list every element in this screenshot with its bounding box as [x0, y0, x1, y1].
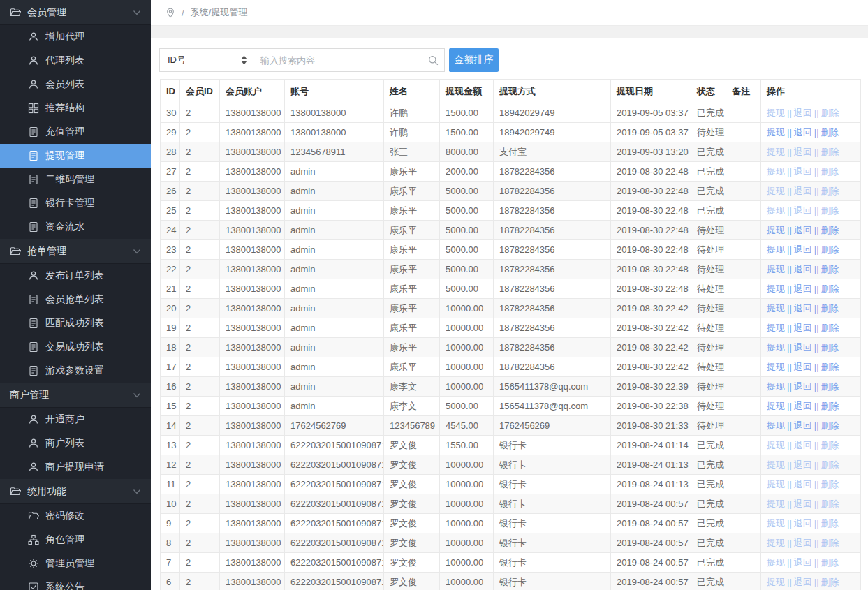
delete-action-link[interactable]: 删除	[821, 186, 839, 196]
search-button[interactable]	[422, 48, 445, 72]
return-action-link[interactable]: 退回	[794, 283, 812, 294]
withdraw-action-link[interactable]: 提现	[767, 420, 785, 431]
sidebar-item[interactable]: 银行卡管理	[0, 191, 151, 215]
return-action-link[interactable]: 退回	[794, 557, 812, 568]
delete-action-link[interactable]: 删除	[821, 108, 839, 118]
delete-action-link[interactable]: 删除	[821, 499, 839, 509]
sidebar-item[interactable]: 商户列表	[0, 432, 151, 455]
delete-action-link[interactable]: 删除	[821, 538, 839, 548]
withdraw-action-link[interactable]: 提现	[767, 538, 785, 548]
sidebar-item[interactable]: 会员列表	[0, 73, 151, 96]
withdraw-action-link[interactable]: 提现	[767, 283, 785, 294]
delete-action-link[interactable]: 删除	[821, 323, 839, 333]
return-action-link[interactable]: 退回	[794, 459, 812, 470]
delete-action-link[interactable]: 删除	[821, 440, 839, 450]
sidebar-item[interactable]: 开通商户	[0, 408, 151, 432]
withdraw-action-link[interactable]: 提现	[767, 147, 785, 157]
return-action-link[interactable]: 退回	[794, 147, 812, 157]
return-action-link[interactable]: 退回	[794, 303, 812, 314]
delete-action-link[interactable]: 删除	[821, 362, 839, 372]
sidebar-section-header-2[interactable]: 商户管理	[0, 383, 151, 408]
withdraw-action-link[interactable]: 提现	[767, 577, 785, 587]
delete-action-link[interactable]: 删除	[821, 244, 839, 255]
delete-action-link[interactable]: 删除	[821, 557, 839, 568]
withdraw-action-link[interactable]: 提现	[767, 557, 785, 568]
return-action-link[interactable]: 退回	[794, 244, 812, 255]
delete-action-link[interactable]: 删除	[821, 577, 839, 587]
withdraw-action-link[interactable]: 提现	[767, 459, 785, 470]
sidebar-item[interactable]: 交易成功列表	[0, 335, 151, 359]
sidebar-item[interactable]: 增加代理	[0, 25, 151, 49]
delete-action-link[interactable]: 删除	[821, 479, 839, 489]
sidebar-item[interactable]: 游戏参数设置	[0, 359, 151, 383]
sidebar-item[interactable]: 充值管理	[0, 120, 151, 144]
sidebar-item[interactable]: 二维码管理	[0, 168, 151, 191]
delete-action-link[interactable]: 删除	[821, 420, 839, 431]
sidebar-item-active[interactable]: 提现管理	[0, 144, 151, 168]
delete-action-link[interactable]: 删除	[821, 303, 839, 314]
withdraw-action-link[interactable]: 提现	[767, 166, 785, 177]
delete-action-link[interactable]: 删除	[821, 283, 839, 294]
withdraw-action-link[interactable]: 提现	[767, 381, 785, 392]
withdraw-action-link[interactable]: 提现	[767, 186, 785, 196]
delete-action-link[interactable]: 删除	[821, 342, 839, 353]
sidebar-section-header-1[interactable]: 抢单管理	[0, 239, 151, 264]
delete-action-link[interactable]: 删除	[821, 459, 839, 470]
withdraw-action-link[interactable]: 提现	[767, 401, 785, 411]
return-action-link[interactable]: 退回	[794, 186, 812, 196]
search-type-select[interactable]: ID号	[159, 48, 253, 72]
withdraw-action-link[interactable]: 提现	[767, 479, 785, 489]
withdraw-action-link[interactable]: 提现	[767, 499, 785, 509]
sidebar-item[interactable]: 会员抢单列表	[0, 288, 151, 311]
delete-action-link[interactable]: 删除	[821, 264, 839, 274]
sidebar-section-header-3[interactable]: 统用功能	[0, 479, 151, 504]
return-action-link[interactable]: 退回	[794, 342, 812, 353]
withdraw-action-link[interactable]: 提现	[767, 127, 785, 138]
amount-sort-button[interactable]: 金额排序	[449, 48, 499, 72]
return-action-link[interactable]: 退回	[794, 440, 812, 450]
return-action-link[interactable]: 退回	[794, 127, 812, 138]
withdraw-action-link[interactable]: 提现	[767, 342, 785, 353]
withdraw-action-link[interactable]: 提现	[767, 440, 785, 450]
return-action-link[interactable]: 退回	[794, 323, 812, 333]
sidebar-item[interactable]: 资金流水	[0, 215, 151, 239]
return-action-link[interactable]: 退回	[794, 108, 812, 118]
return-action-link[interactable]: 退回	[794, 264, 812, 274]
return-action-link[interactable]: 退回	[794, 479, 812, 489]
sidebar-section-header-0[interactable]: 会员管理	[0, 0, 151, 25]
return-action-link[interactable]: 退回	[794, 205, 812, 216]
delete-action-link[interactable]: 删除	[821, 205, 839, 216]
withdraw-action-link[interactable]: 提现	[767, 303, 785, 314]
delete-action-link[interactable]: 删除	[821, 518, 839, 529]
delete-action-link[interactable]: 删除	[821, 401, 839, 411]
return-action-link[interactable]: 退回	[794, 401, 812, 411]
withdraw-action-link[interactable]: 提现	[767, 323, 785, 333]
sidebar-item[interactable]: 发布订单列表	[0, 264, 151, 288]
withdraw-action-link[interactable]: 提现	[767, 518, 785, 529]
withdraw-action-link[interactable]: 提现	[767, 205, 785, 216]
return-action-link[interactable]: 退回	[794, 518, 812, 529]
return-action-link[interactable]: 退回	[794, 166, 812, 177]
delete-action-link[interactable]: 删除	[821, 127, 839, 138]
return-action-link[interactable]: 退回	[794, 577, 812, 587]
sidebar-item[interactable]: 管理员管理	[0, 552, 151, 575]
sidebar-item[interactable]: 系统公告	[0, 575, 151, 590]
withdraw-action-link[interactable]: 提现	[767, 108, 785, 118]
search-input[interactable]	[253, 48, 422, 72]
withdraw-action-link[interactable]: 提现	[767, 244, 785, 255]
withdraw-action-link[interactable]: 提现	[767, 225, 785, 235]
delete-action-link[interactable]: 删除	[821, 381, 839, 392]
withdraw-action-link[interactable]: 提现	[767, 362, 785, 372]
return-action-link[interactable]: 退回	[794, 362, 812, 372]
delete-action-link[interactable]: 删除	[821, 166, 839, 177]
sidebar-item[interactable]: 代理列表	[0, 49, 151, 73]
return-action-link[interactable]: 退回	[794, 538, 812, 548]
return-action-link[interactable]: 退回	[794, 381, 812, 392]
sidebar-item[interactable]: 商户提现申请	[0, 455, 151, 479]
return-action-link[interactable]: 退回	[794, 225, 812, 235]
sidebar-item[interactable]: 密码修改	[0, 504, 151, 528]
sidebar-item[interactable]: 匹配成功列表	[0, 311, 151, 335]
withdraw-action-link[interactable]: 提现	[767, 264, 785, 274]
delete-action-link[interactable]: 删除	[821, 225, 839, 235]
delete-action-link[interactable]: 删除	[821, 147, 839, 157]
